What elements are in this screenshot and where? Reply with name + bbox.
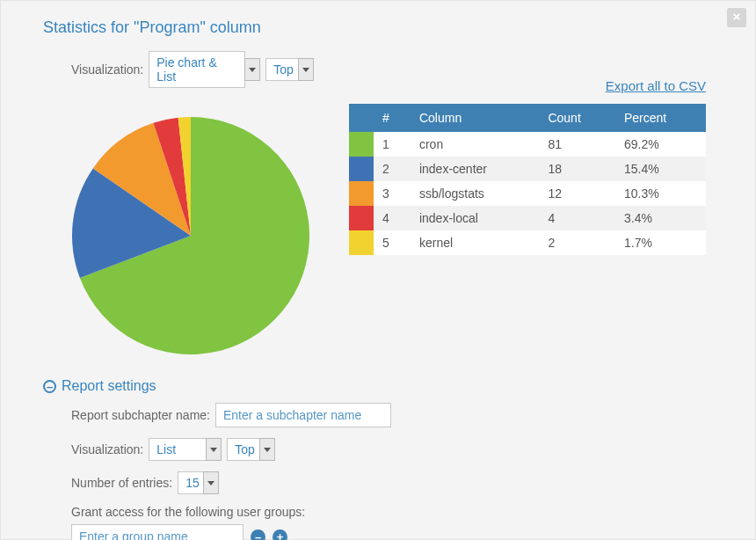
close-icon[interactable]: × <box>727 8 746 27</box>
panel-title: Statistics for "Program" column <box>43 18 738 37</box>
chevron-down-icon[interactable] <box>206 438 222 461</box>
add-group-button[interactable]: + <box>273 529 287 541</box>
statistics-panel: × Statistics for "Program" column Visual… <box>0 0 756 540</box>
chevron-down-icon[interactable] <box>244 58 260 81</box>
entries-value: 15 <box>178 471 204 494</box>
minus-circle-icon: – <box>43 380 56 393</box>
chevron-down-icon[interactable] <box>259 438 275 461</box>
report-settings-toggle[interactable]: – Report settings <box>43 378 738 394</box>
remove-group-button[interactable]: – <box>251 529 265 541</box>
chevron-down-icon[interactable] <box>203 471 219 494</box>
stats-table: # Column Count Percent 1cron8169.2%2inde… <box>349 104 706 359</box>
pie-chart <box>50 104 331 359</box>
table-row: 4index-local43.4% <box>349 206 706 230</box>
group-name-input[interactable] <box>71 524 244 540</box>
table-row: 2index-center1815.4% <box>349 157 706 181</box>
visualization-order-select[interactable]: Top <box>265 58 314 81</box>
visualization-label: Visualization: <box>71 62 143 77</box>
settings-visualization-label: Visualization: <box>71 442 143 456</box>
settings-visualization-order-select[interactable]: Top <box>227 438 275 461</box>
table-row: 3ssb/logstats1210.3% <box>349 181 706 206</box>
subchapter-name-label: Report subchapter name: <box>71 408 210 422</box>
settings-visualization-type-value: List <box>149 438 207 461</box>
entries-label: Number of entries: <box>71 476 172 490</box>
content-row: # Column Count Percent 1cron8169.2%2inde… <box>18 104 738 359</box>
settings-visualization-type-select[interactable]: List <box>149 438 222 461</box>
th-column: Column <box>411 104 539 132</box>
table-header-row: # Column Count Percent <box>349 104 706 132</box>
export-csv-link[interactable]: Export all to CSV <box>606 78 706 93</box>
visualization-type-value: Pie chart & List <box>149 51 245 88</box>
table-row: 1cron8169.2% <box>349 132 706 157</box>
report-settings-label: Report settings <box>62 378 156 394</box>
table-row: 5kernel21.7% <box>349 230 706 255</box>
th-count: Count <box>539 104 615 132</box>
th-num: # <box>374 104 411 132</box>
th-percent: Percent <box>615 104 706 132</box>
visualization-order-value: Top <box>265 58 299 81</box>
entries-select[interactable]: 15 <box>178 471 219 494</box>
groups-label: Grant access for the following user grou… <box>71 505 305 519</box>
settings-visualization-order-value: Top <box>227 438 260 461</box>
report-settings-block: Report subchapter name: Visualization: L… <box>18 403 738 540</box>
visualization-type-select[interactable]: Pie chart & List <box>149 51 260 88</box>
subchapter-name-input[interactable] <box>215 403 391 427</box>
chevron-down-icon[interactable] <box>298 58 314 81</box>
